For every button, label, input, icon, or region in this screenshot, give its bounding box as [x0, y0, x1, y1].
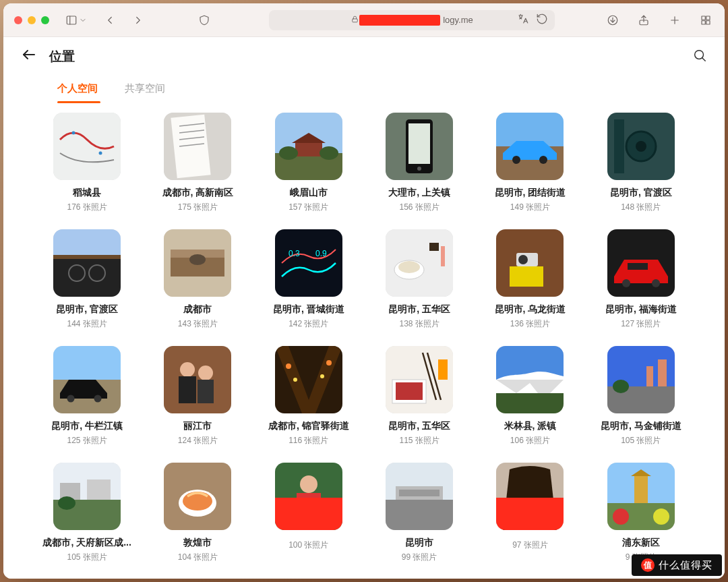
svg-point-65 [622, 279, 630, 287]
downloads-button[interactable] [605, 12, 621, 28]
svg-rect-42 [53, 229, 121, 256]
window-minimize-button[interactable] [28, 16, 36, 24]
location-card[interactable]: 昆明市, 官渡区144 张照片 [40, 229, 134, 330]
location-thumbnail [164, 346, 231, 413]
tab-personal[interactable]: 个人空间 [57, 82, 98, 103]
location-title: 昆明市, 福海街道 [605, 303, 677, 316]
location-card[interactable]: 大理市, 上关镇156 张照片 [372, 113, 466, 213]
location-card[interactable]: 昆明市, 牛栏江镇125 张照片 [40, 346, 134, 446]
location-thumbnail [386, 113, 453, 180]
location-card[interactable]: 昆明市, 福海街道127 张照片 [594, 229, 688, 330]
location-card[interactable]: 昆明市, 五华区138 张照片 [372, 229, 466, 330]
location-title: 昆明市 [405, 537, 433, 549]
svg-point-99 [58, 496, 75, 510]
location-card[interactable]: 0.30.9昆明市, 晋城街道142 张照片 [262, 229, 356, 330]
svg-point-94 [613, 380, 629, 393]
location-thumbnail [607, 229, 675, 297]
page-title: 位置 [49, 48, 75, 65]
location-count: 143 张照片 [178, 318, 218, 330]
location-card[interactable]: 成都市, 锦官驿街道116 张照片 [262, 346, 356, 446]
location-card[interactable]: 稻城县176 张照片 [40, 113, 134, 213]
translate-button[interactable] [517, 13, 529, 27]
svg-rect-109 [399, 490, 439, 496]
locations-scroll[interactable]: 稻城县176 张照片成都市, 高新南区175 张照片峨眉山市157 张照片大理市… [3, 103, 725, 579]
location-title: 昆明市, 晋城街道 [273, 303, 344, 316]
svg-rect-67 [53, 346, 121, 380]
page-back-button[interactable] [21, 47, 37, 67]
svg-point-69 [67, 395, 75, 403]
svg-point-17 [99, 152, 102, 155]
arrow-left-icon [21, 47, 37, 63]
location-card[interactable]: 昆明市, 五华区115 张照片 [372, 346, 466, 446]
location-card[interactable]: 成都市, 高新南区175 张照片 [150, 113, 245, 213]
svg-point-33 [417, 167, 421, 171]
location-card[interactable]: 昆明市, 官渡区148 张照片 [594, 113, 688, 213]
location-thumbnail [53, 346, 121, 413]
shield-icon [198, 14, 210, 26]
reload-button[interactable] [536, 13, 548, 27]
location-card[interactable]: 浦东新区9 张照片 [594, 463, 688, 563]
location-count: 116 张照片 [289, 435, 328, 446]
url-suffix: logy.me [443, 15, 473, 25]
svg-line-14 [702, 57, 706, 61]
window-close-button[interactable] [14, 16, 22, 24]
location-card[interactable]: 昆明市, 乌龙街道136 张照片 [483, 229, 577, 330]
location-thumbnail [496, 113, 564, 180]
svg-rect-9 [706, 16, 710, 20]
location-title: 浦东新区 [622, 537, 660, 549]
location-thumbnail [164, 113, 231, 180]
location-card[interactable]: 100 张照片 [262, 463, 356, 563]
location-count: 115 张照片 [399, 435, 439, 446]
location-count: 149 张照片 [510, 202, 550, 213]
svg-point-16 [72, 132, 75, 135]
shield-button[interactable] [196, 12, 212, 28]
svg-point-81 [320, 374, 324, 378]
location-title: 成都市 [183, 303, 212, 316]
sidebar-toggle-button[interactable] [65, 14, 87, 26]
location-count: 176 张照片 [67, 202, 107, 213]
new-tab-button[interactable] [667, 12, 683, 28]
location-card[interactable]: 敦煌市104 张照片 [150, 463, 245, 563]
share-button[interactable] [636, 12, 652, 28]
nav-back-button[interactable] [102, 12, 118, 28]
svg-rect-15 [53, 113, 121, 180]
svg-rect-46 [53, 255, 121, 259]
location-count: 156 张照片 [399, 202, 439, 213]
address-bar[interactable]: logy.me [269, 10, 555, 30]
svg-rect-64 [628, 263, 648, 270]
location-count: 99 张照片 [402, 552, 437, 563]
svg-rect-51 [275, 229, 342, 297]
location-card[interactable]: 昆明市, 团结街道149 张照片 [483, 113, 577, 213]
tab-shared[interactable]: 共享空间 [125, 82, 165, 103]
search-button[interactable] [692, 48, 707, 66]
location-card[interactable]: 成都市143 张照片 [150, 229, 245, 330]
location-card[interactable]: 丽江市124 张照片 [150, 346, 245, 446]
location-card[interactable]: 成都市, 天府新区成...105 张照片 [40, 463, 134, 563]
location-thumbnail [607, 463, 675, 530]
location-thumbnail [53, 229, 121, 297]
svg-point-78 [286, 363, 291, 369]
window-zoom-button[interactable] [41, 16, 49, 24]
location-card[interactable]: 97 张照片 [483, 463, 577, 563]
tab-overview-button[interactable] [698, 12, 714, 28]
location-count: 148 张照片 [621, 202, 661, 213]
nav-forward-button[interactable] [130, 12, 146, 28]
location-card[interactable]: 米林县, 派镇106 张照片 [483, 346, 577, 446]
svg-point-61 [518, 255, 528, 264]
location-count: 142 张照片 [289, 318, 328, 330]
svg-rect-26 [295, 143, 322, 156]
tab-underline [57, 101, 100, 103]
location-card[interactable]: 昆明市, 马金铺街道105 张照片 [594, 346, 688, 446]
location-card[interactable]: 昆明市99 张照片 [372, 463, 466, 563]
location-title: 昆明市, 团结街道 [495, 187, 566, 199]
svg-rect-19 [171, 115, 211, 179]
svg-rect-11 [706, 20, 710, 24]
location-count: 124 张照片 [178, 435, 218, 446]
browser-titlebar: logy.me [3, 3, 725, 37]
space-tabs: 个人空间 共享空间 [3, 76, 725, 103]
location-thumbnail [496, 346, 564, 413]
svg-rect-92 [658, 359, 667, 386]
download-icon [607, 14, 619, 26]
location-card[interactable]: 峨眉山市157 张照片 [262, 113, 356, 213]
svg-point-37 [539, 156, 547, 164]
